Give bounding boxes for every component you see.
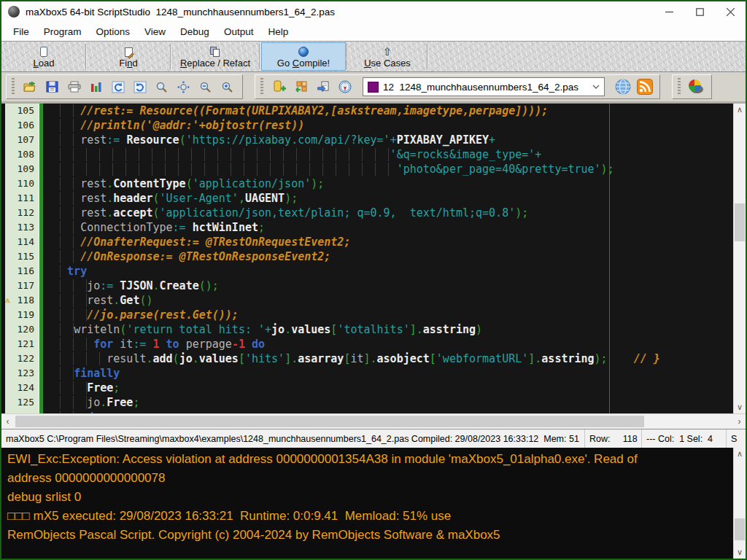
replace-icon xyxy=(210,44,220,57)
find-label: Find xyxy=(119,58,137,69)
menu-output[interactable]: Output xyxy=(217,26,261,37)
redo-button[interactable] xyxy=(130,77,150,96)
zoom-out-button[interactable] xyxy=(196,77,215,96)
chart-button[interactable] xyxy=(86,77,106,96)
save-button[interactable] xyxy=(42,77,62,96)
scroll-up-arrow[interactable]: ∧ xyxy=(734,448,746,460)
code-line-121: for it:= 1 to perpage-1 do xyxy=(47,337,733,351)
code-editor[interactable]: 105106107108109110111112113114115116117⚠… xyxy=(1,103,746,413)
line-number: 113 xyxy=(5,220,39,235)
scroll-down-arrow[interactable]: ∨ xyxy=(734,546,746,559)
code-line-126: end xyxy=(47,410,733,413)
close-button[interactable] xyxy=(715,1,746,22)
line-number: 115 xyxy=(5,249,39,264)
scroll-up-arrow[interactable]: ∧ xyxy=(734,104,746,116)
scroll-thumb[interactable] xyxy=(735,518,745,540)
line-number: 112 xyxy=(5,206,39,220)
output-console[interactable]: EWI_Exc:Exception: Access violation at a… xyxy=(1,448,746,559)
chevron-down-icon xyxy=(592,85,600,89)
line-number: ⚠118 xyxy=(5,293,39,308)
find-button[interactable]: Find xyxy=(88,42,169,71)
app-window: maXbox5 64-bit ScriptStudio 1248_munchha… xyxy=(0,0,747,560)
load-button[interactable]: Load xyxy=(3,42,85,71)
code-line-118: rest.Get() xyxy=(47,293,733,308)
line-number: 111 xyxy=(5,191,39,206)
scroll-thumb[interactable] xyxy=(15,416,644,427)
scroll-right-arrow[interactable]: › xyxy=(733,416,746,427)
undo-button[interactable] xyxy=(108,77,128,96)
color-ball-button[interactable] xyxy=(686,77,706,96)
status-col-sel: --- Col: 1 Sel: 4 xyxy=(642,429,727,448)
line-number: 120 xyxy=(5,322,39,337)
scroll-left-arrow[interactable]: ‹ xyxy=(1,416,14,427)
code-line-114: //OnafterRequest:= @TRestOnRequestEvent2… xyxy=(47,235,733,249)
scroll-track[interactable] xyxy=(734,460,746,546)
scroll-thumb[interactable] xyxy=(735,203,745,241)
editor-horizontal-scrollbar[interactable]: ‹ › xyxy=(1,413,746,429)
script-tools-panel: 12 1248_munchhausennumbers1_64_2.pas xyxy=(255,74,660,99)
line-number: 105 xyxy=(5,104,39,118)
line-number: 107 xyxy=(5,133,39,147)
add-script-button[interactable] xyxy=(269,77,289,96)
print-button[interactable] xyxy=(64,77,84,96)
console-line: EWI_Exc:Exception: Access violation at a… xyxy=(7,450,727,469)
icon-toolbar: 12 1248_munchhausennumbers1_64_2.pas xyxy=(1,72,746,103)
replace-refactor-button[interactable]: Replace / Refact xyxy=(172,42,258,71)
minimize-button[interactable] xyxy=(654,1,684,22)
line-number: 108 xyxy=(5,147,39,162)
status-row: Row: 118 xyxy=(585,429,642,448)
code-line-108: '&q=rocks&image_type='+ xyxy=(47,147,733,162)
go-compile-button[interactable]: Go Compile! xyxy=(261,42,346,71)
menu-debug[interactable]: Debug xyxy=(173,26,217,37)
scroll-down-arrow[interactable]: ∨ xyxy=(734,401,746,413)
use-cases-button[interactable]: ⇧ Use Cases xyxy=(349,42,426,71)
console-vertical-scrollbar[interactable]: ∧ ∨ xyxy=(733,448,746,559)
line-number: 121 xyxy=(5,337,39,351)
search-center-button[interactable] xyxy=(174,77,193,96)
drag-handle[interactable] xyxy=(260,78,263,96)
status-mode: S xyxy=(727,429,746,448)
code-line-122: result.add(jo.values['hits'].asarray[it]… xyxy=(47,351,733,366)
compass-icon xyxy=(338,80,352,93)
drag-handle[interactable] xyxy=(12,78,15,96)
right-margin-line xyxy=(609,104,610,413)
zoom-in-button[interactable] xyxy=(217,77,237,96)
compile-globe-icon xyxy=(298,44,309,57)
theme-panel xyxy=(672,74,712,99)
search-button[interactable] xyxy=(152,77,171,96)
code-line-123: finally xyxy=(47,366,733,381)
line-number: 122 xyxy=(5,351,39,366)
web-globe-icon xyxy=(615,79,631,95)
web-globe-button[interactable] xyxy=(613,77,632,96)
scroll-track[interactable] xyxy=(734,116,746,401)
scroll-track[interactable] xyxy=(14,414,733,429)
editor-vertical-scrollbar[interactable]: ∧ ∨ xyxy=(733,104,746,413)
rss-feed-icon xyxy=(637,79,653,95)
code-area[interactable]: //rest:= Resource((Format(URLPIXABAY2,[a… xyxy=(43,104,733,413)
toolbar-separator xyxy=(427,44,428,69)
toolbar-separator xyxy=(85,44,87,69)
line-number-gutter: 105106107108109110111112113114115116117⚠… xyxy=(5,104,39,413)
menu-program[interactable]: Program xyxy=(36,26,89,37)
menu-file[interactable]: File xyxy=(6,26,36,37)
close-icon xyxy=(727,8,735,16)
code-line-115: //OnResponse:= @TRestOnResponseEvent2; xyxy=(47,249,733,264)
maximize-button[interactable] xyxy=(684,1,715,22)
code-line-116: try xyxy=(47,264,733,279)
line-number: 125 xyxy=(5,395,39,410)
tile-switch-button[interactable] xyxy=(291,77,311,96)
statusbar: maXbox5 C:\Program Files\Streaming\maxbo… xyxy=(1,429,746,448)
menu-view[interactable]: View xyxy=(137,26,173,37)
menu-help[interactable]: Help xyxy=(260,26,295,37)
send-page-button[interactable] xyxy=(313,77,333,96)
titlebar: maXbox5 64-bit ScriptStudio 1248_munchha… xyxy=(1,1,746,22)
file-selector-combobox[interactable]: 12 1248_munchhausennumbers1_64_2.pas xyxy=(363,77,605,96)
open-folder-button[interactable] xyxy=(20,77,40,96)
code-line-113: ConnectionType:= hctWinInet; xyxy=(47,220,733,235)
code-line-110: rest.ContentType('application/json'); xyxy=(47,176,733,191)
drag-handle[interactable] xyxy=(678,78,681,96)
tile-switch-icon xyxy=(294,81,308,93)
menu-options[interactable]: Options xyxy=(89,26,138,37)
rss-feed-button[interactable] xyxy=(635,77,654,96)
compass-button[interactable] xyxy=(335,77,355,96)
